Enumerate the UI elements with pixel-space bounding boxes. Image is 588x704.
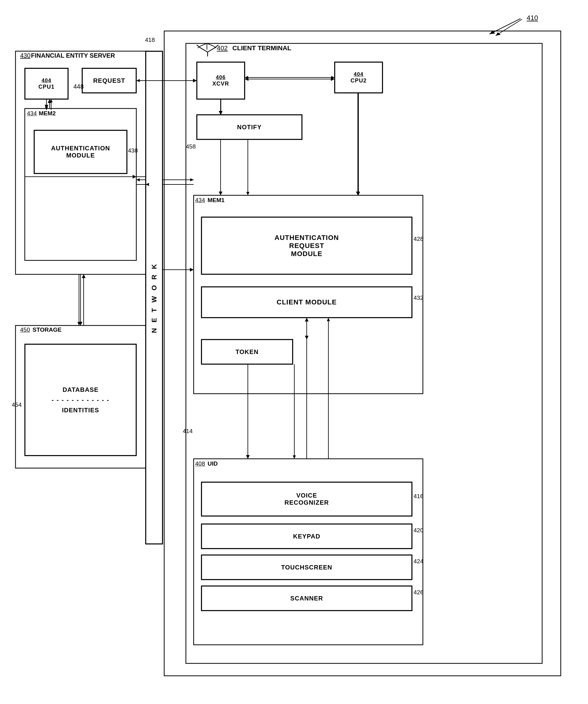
auth-module-label: AUTHENTICATION MODULE bbox=[51, 145, 110, 159]
db-divider: - - - - - - - - - - - - bbox=[51, 397, 109, 404]
svg-marker-88 bbox=[331, 76, 335, 79]
svg-marker-72 bbox=[45, 107, 48, 110]
cpu2-label: CPU2 bbox=[350, 77, 367, 84]
auth-req-module-label: AUTHENTICATION REQUEST MODULE bbox=[274, 234, 339, 258]
scanner-box: SCANNER bbox=[201, 586, 412, 611]
db-title: DATABASE bbox=[63, 386, 99, 393]
svg-marker-90 bbox=[357, 192, 360, 195]
svg-marker-96 bbox=[305, 336, 308, 340]
svg-marker-23 bbox=[45, 105, 48, 109]
xcvr-label: XCVR bbox=[212, 80, 229, 87]
svg-marker-25 bbox=[48, 99, 51, 103]
cpu1-box: 404 CPU1 bbox=[25, 68, 68, 99]
uid-ref: 408 bbox=[195, 460, 205, 467]
auth-module-box: AUTHENTICATION MODULE bbox=[34, 130, 127, 174]
svg-marker-76 bbox=[136, 79, 140, 82]
mem2-ref: 434 bbox=[27, 110, 37, 117]
token-box: TOKEN bbox=[201, 340, 293, 364]
diagram-container: 410 430 FINANCIAL ENTITY SERVER 404 CPU1… bbox=[0, 0, 588, 704]
svg-marker-64 bbox=[489, 31, 495, 34]
svg-marker-82 bbox=[190, 178, 194, 181]
svg-marker-87 bbox=[245, 76, 248, 79]
network-bar: N E T W O R K bbox=[146, 51, 162, 544]
svg-marker-31 bbox=[133, 175, 136, 179]
storage-ref: 450 bbox=[20, 327, 30, 333]
auth-req-module-ref: 428 bbox=[413, 236, 423, 242]
client-module-box: CLIENT MODULE bbox=[201, 287, 412, 318]
uid-arrow-ref: 414 bbox=[183, 428, 193, 434]
antenna-svg bbox=[195, 40, 220, 57]
mem2-label: MEM2 bbox=[39, 110, 56, 117]
svg-marker-100 bbox=[327, 318, 330, 321]
touchscreen-box: TOUCHSCREEN bbox=[201, 555, 412, 580]
svg-marker-92 bbox=[219, 111, 222, 115]
svg-marker-104 bbox=[82, 274, 85, 278]
svg-marker-74 bbox=[50, 99, 53, 102]
svg-marker-40 bbox=[245, 77, 249, 81]
mem1-label: MEM1 bbox=[208, 197, 224, 204]
auth-req-module-box: AUTHENTICATION REQUEST MODULE bbox=[201, 217, 412, 274]
svg-marker-53 bbox=[305, 318, 309, 321]
svg-marker-45 bbox=[219, 111, 222, 115]
db-ref: 454 bbox=[12, 401, 22, 408]
keypad-box: KEYPAD bbox=[201, 524, 412, 549]
voice-recognizer-label: VOICE RECOGNIZER bbox=[284, 492, 329, 506]
scanner-label: SCANNER bbox=[290, 595, 323, 602]
svg-marker-80 bbox=[136, 178, 140, 181]
voice-recognizer-ref: 416 bbox=[413, 493, 423, 500]
touchscreen-label: TOUCHSCREEN bbox=[281, 564, 332, 571]
storage-label: STORAGE bbox=[32, 327, 62, 333]
svg-marker-33 bbox=[190, 268, 194, 272]
svg-line-105 bbox=[496, 19, 522, 36]
svg-marker-41 bbox=[331, 77, 335, 81]
client-module-ref: 432 bbox=[413, 294, 423, 301]
mem1-ref: 434 bbox=[195, 197, 205, 204]
svg-marker-49 bbox=[305, 336, 309, 340]
cpu1-label: CPU1 bbox=[39, 84, 55, 90]
network-ref: 418 bbox=[145, 37, 155, 43]
cpu1-ref: 404 bbox=[39, 77, 55, 84]
notify-ref: 458 bbox=[186, 143, 196, 150]
financial-server-label: FINANCIAL ENTITY SERVER bbox=[31, 52, 115, 59]
client-module-label: CLIENT MODULE bbox=[277, 298, 337, 306]
svg-line-69 bbox=[197, 45, 201, 48]
db-identities: IDENTITIES bbox=[62, 407, 99, 414]
xcvr-ref: 406 bbox=[216, 74, 225, 80]
client-terminal-label: CLIENT TERMINAL bbox=[232, 44, 291, 52]
xcvr-box: 406 XCVR bbox=[197, 62, 245, 99]
svg-marker-94 bbox=[246, 192, 249, 195]
svg-marker-43 bbox=[356, 191, 360, 195]
uid-label: UID bbox=[208, 460, 218, 467]
voice-recognizer-box: VOICE RECOGNIZER bbox=[201, 482, 412, 516]
keypad-ref: 420 bbox=[413, 527, 423, 534]
svg-marker-106 bbox=[496, 32, 501, 36]
svg-marker-47 bbox=[219, 191, 222, 195]
database-box: DATABASE - - - - - - - - - - - - IDENTIT… bbox=[25, 344, 136, 456]
svg-line-63 bbox=[489, 18, 520, 34]
svg-marker-57 bbox=[82, 274, 85, 278]
keypad-label: KEYPAD bbox=[293, 533, 320, 540]
arrow-448-label: 448 bbox=[73, 83, 84, 90]
svg-marker-102 bbox=[77, 322, 80, 326]
svg-marker-55 bbox=[79, 322, 82, 326]
scanner-ref: 426 bbox=[413, 589, 423, 596]
svg-line-68 bbox=[208, 48, 214, 52]
request-box: REQUEST bbox=[82, 68, 136, 93]
svg-line-67 bbox=[201, 48, 208, 52]
cpu2-box: 404 CPU2 bbox=[335, 62, 383, 93]
ref-410: 410 bbox=[527, 14, 538, 22]
svg-marker-38 bbox=[193, 79, 197, 82]
cpu2-ref: 404 bbox=[354, 71, 364, 77]
network-label: N E T W O R K bbox=[150, 262, 158, 333]
notify-box: NOTIFY bbox=[197, 115, 302, 139]
ref-430: 430 bbox=[20, 52, 30, 59]
request-label: REQUEST bbox=[93, 77, 125, 84]
auth-module-ref: 438 bbox=[128, 147, 138, 154]
touchscreen-ref: 424 bbox=[413, 558, 423, 565]
svg-marker-78 bbox=[193, 79, 197, 82]
token-label: TOKEN bbox=[236, 348, 259, 356]
notify-label: NOTIFY bbox=[237, 124, 261, 131]
svg-line-70 bbox=[214, 45, 218, 48]
svg-marker-98 bbox=[293, 455, 296, 459]
svg-marker-51 bbox=[246, 455, 250, 459]
